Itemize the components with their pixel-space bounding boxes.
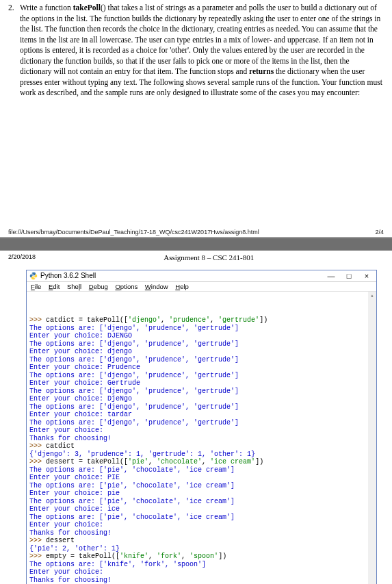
- footer-pagenum: 2/4: [375, 229, 384, 236]
- q-part-1: () that takes a list of strings as a par…: [20, 3, 380, 75]
- menu-file[interactable]: File: [31, 283, 41, 290]
- minimize-button[interactable]: —: [326, 272, 337, 280]
- page2-header: 2/20/2018 Assignment 8 – CSC 241-801: [0, 251, 392, 266]
- console-output-line: Enter your choice: DJENGO: [29, 332, 374, 340]
- footer-path: file:///Users/bmay/Documents/DePaul_Teac…: [8, 229, 259, 236]
- console-output-line: Enter your choice: ice: [29, 505, 374, 513]
- menu-debug[interactable]: Debug: [89, 283, 108, 290]
- console-output-line: Enter your choice: djengo: [29, 348, 374, 356]
- question-text: Write a function takePoll() that takes a…: [20, 3, 382, 99]
- menubar: File Edit Shell Debug Options Window Hel…: [27, 282, 376, 292]
- console-output-line: Enter your choice: pie: [29, 490, 374, 498]
- page-footer: file:///Users/bmay/Documents/DePaul_Teac…: [0, 227, 392, 238]
- console-output-line: The options are: ['pie', 'chocolate', 'i…: [29, 466, 374, 474]
- titlebar: Python 3.6.2 Shell — □ ×: [27, 270, 376, 282]
- q-part-0: Write a function: [20, 3, 73, 12]
- console-area[interactable]: ▴ ▾ >>> catdict = takePoll(['djengo', 'p…: [27, 292, 376, 584]
- page2-date: 2/20/2018: [8, 253, 36, 262]
- scroll-up-icon[interactable]: ▴: [368, 292, 376, 300]
- console-input-line: >>> catdict = takePoll(['djengo', 'prude…: [29, 316, 374, 325]
- console-output-line: Enter your choice: DjeNgo: [29, 395, 374, 403]
- console-input-line: >>> catdict: [29, 442, 374, 450]
- console-output-line: The options are: ['djengo', 'prudence', …: [29, 340, 374, 348]
- python-icon: [29, 272, 38, 280]
- console-output-line: The options are: ['djengo', 'prudence', …: [29, 325, 374, 333]
- console-output-line: The options are: ['djengo', 'prudence', …: [29, 419, 374, 427]
- menu-window[interactable]: Window: [145, 283, 168, 290]
- console-output-line: Enter your choice:: [29, 521, 374, 529]
- console-output-line: {'djengo': 3, 'prudence': 1, 'gertrude':…: [29, 450, 374, 459]
- q-funcname: takePoll: [73, 3, 101, 12]
- console-output-line: The options are: ['djengo', 'prudence', …: [29, 372, 374, 380]
- console-output-line: Enter your choice: PIE: [29, 474, 374, 482]
- svg-point-0: [32, 272, 33, 273]
- menu-options[interactable]: Options: [115, 283, 138, 290]
- console-output-line: Thanks for choosing!: [29, 576, 374, 584]
- question-number: 2.: [8, 3, 18, 14]
- console-output-line: {'pie': 2, 'other': 1}: [29, 545, 374, 553]
- console-output-line: Enter your choice:: [29, 427, 374, 435]
- console-output-line: Enter your choice: Gertrude: [29, 379, 374, 388]
- console-input-line: >>> dessert = takePoll(['pie', 'chocolat…: [29, 458, 374, 466]
- console-output-line: Thanks for choosing!: [29, 529, 374, 537]
- console-output-line: Enter your choice: tardar: [29, 411, 374, 419]
- console-output-line: The options are: ['djengo', 'prudence', …: [29, 403, 374, 411]
- page-gap: [0, 238, 392, 251]
- svg-point-1: [34, 278, 35, 279]
- close-button[interactable]: ×: [361, 272, 372, 280]
- q-returns: returns: [249, 67, 274, 75]
- window-title: Python 3.6.2 Shell: [40, 272, 96, 279]
- question-block: 2. Write a function takePoll() that take…: [0, 0, 392, 104]
- python-shell-window: Python 3.6.2 Shell — □ × File Edit Shell…: [26, 270, 377, 584]
- maximize-button[interactable]: □: [343, 272, 354, 280]
- console-output-line: The options are: ['knife', 'fork', 'spoo…: [29, 561, 374, 569]
- menu-edit[interactable]: Edit: [49, 283, 60, 290]
- window-controls: — □ ×: [326, 272, 372, 280]
- console-output-line: The options are: ['djengo', 'prudence', …: [29, 388, 374, 396]
- console-output-line: The options are: ['pie', 'chocolate', 'i…: [29, 498, 374, 506]
- console-output-line: The options are: ['pie', 'chocolate', 'i…: [29, 513, 374, 522]
- console-input-line: >>> dessert: [29, 537, 374, 545]
- console-output-line: Thanks for choosing!: [29, 435, 374, 443]
- page2-spacer: [382, 253, 384, 262]
- console-output-line: The options are: ['pie', 'chocolate', 'i…: [29, 482, 374, 490]
- scrollbar[interactable]: ▴ ▾: [368, 292, 376, 584]
- console-output-line: The options are: ['djengo', 'prudence', …: [29, 356, 374, 364]
- console-output-line: Enter your choice: Prudence: [29, 364, 374, 372]
- page2-title: Assignment 8 – CSC 241-801: [36, 253, 382, 262]
- menu-help[interactable]: Help: [175, 283, 189, 290]
- console-input-line: >>> empty = takePoll(['knife', 'fork', '…: [29, 553, 374, 561]
- console-output-line: Enter your choice:: [29, 568, 374, 576]
- menu-shell[interactable]: Shell: [67, 283, 81, 290]
